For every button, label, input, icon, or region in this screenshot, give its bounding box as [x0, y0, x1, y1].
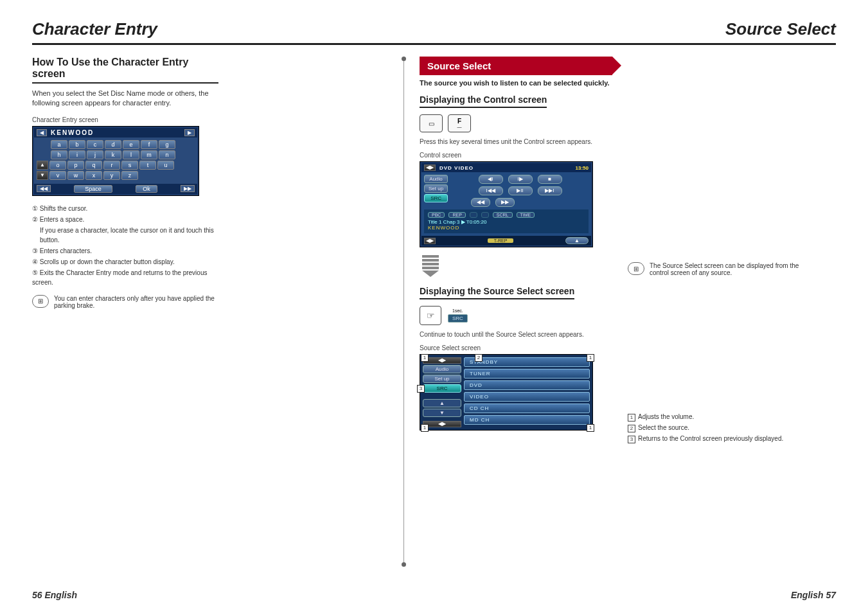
source-video[interactable]: VIDEO: [464, 392, 590, 402]
source-select-screen: ◀▶ Audio Set up SRC ▲ ▼ ◀▶ STANDBY TUNER…: [420, 354, 593, 431]
ss-scroll-down[interactable]: ▼: [423, 409, 461, 417]
display-control-heading: Displaying the Control screen: [420, 94, 547, 108]
key-q[interactable]: q: [85, 161, 102, 170]
touch-duration: 1sec.: [452, 308, 463, 313]
ss-src-button[interactable]: SRC: [423, 384, 461, 393]
key-o[interactable]: o: [49, 161, 66, 170]
ss-scroll-up[interactable]: ▲: [423, 399, 461, 407]
ss-badge-1a: 1: [421, 354, 429, 362]
scroll-down-button[interactable]: ▼: [37, 171, 48, 180]
ss-callout-1: 1Adjusts the volume.: [628, 411, 808, 422]
cs-ff[interactable]: ▶▶: [495, 198, 515, 207]
down-arrow-indicator: [422, 255, 439, 277]
cs-setup-button[interactable]: Set up: [424, 184, 448, 193]
cs-brand: KENWOOD: [428, 225, 585, 231]
source-tuner[interactable]: TUNER: [464, 369, 590, 378]
source-dvd[interactable]: DVD: [464, 380, 590, 390]
scroll-up-button[interactable]: ▲: [37, 161, 48, 170]
cs-src-button[interactable]: SRC: [424, 194, 448, 202]
cs-next[interactable]: ▶▶I: [538, 186, 562, 195]
char-entry-section-title: How To Use the Character Entry screen: [32, 57, 218, 84]
key-z[interactable]: z: [121, 171, 138, 180]
key-g[interactable]: g: [159, 140, 175, 149]
cs-up-arrow[interactable]: ▲: [565, 237, 589, 244]
key-f[interactable]: f: [141, 140, 157, 149]
source-md-ch[interactable]: MD CH: [464, 415, 590, 425]
cs-stop[interactable]: ■: [538, 175, 562, 184]
cursor-right-button[interactable]: ▶: [184, 129, 195, 136]
ss-badge-1d: 1: [587, 424, 594, 432]
key-d[interactable]: d: [105, 140, 121, 149]
chip-rep[interactable]: REP: [448, 212, 465, 218]
key-s[interactable]: s: [121, 161, 138, 170]
cs-next-frame[interactable]: I▶: [508, 175, 533, 184]
cs-title: DVD VIDEO: [439, 165, 474, 171]
num-2: 2: [628, 425, 635, 432]
key-p[interactable]: p: [67, 161, 84, 170]
key-v[interactable]: v: [49, 171, 66, 180]
ok-button[interactable]: Ok: [136, 185, 157, 193]
char-entry-note: You can enter characters only after you …: [54, 295, 218, 309]
f-key-icon: F —: [448, 114, 471, 132]
bottom-left-arrow[interactable]: ◀◀: [37, 185, 51, 192]
key-k[interactable]: k: [105, 150, 121, 159]
key-i[interactable]: i: [69, 150, 85, 159]
cs-prev-frame[interactable]: ◀I: [479, 175, 503, 184]
callout-1: ① Shifts the cursor.: [32, 204, 218, 213]
key-l[interactable]: l: [123, 150, 139, 159]
control-screen: ◀▶ DVD VIDEO 13:50 Audio Set up SRC ◀I: [420, 161, 593, 247]
footer-left: 56 English: [32, 590, 77, 600]
cs-play-pause[interactable]: ▶II: [508, 186, 533, 195]
cs-prev[interactable]: I◀◀: [479, 186, 503, 195]
key-r[interactable]: r: [103, 161, 120, 170]
ss-vol-up[interactable]: ◀▶: [423, 357, 461, 364]
key-x[interactable]: x: [85, 171, 102, 180]
key-t[interactable]: t: [139, 161, 156, 170]
cs-rew[interactable]: ◀◀: [471, 198, 490, 207]
source-select-header: Source Select: [420, 57, 612, 75]
ss-callout-3: 3Returns to the Control screen previousl…: [628, 433, 808, 444]
ss-setup-button[interactable]: Set up: [423, 375, 461, 383]
cs-audio-button[interactable]: Audio: [424, 175, 448, 183]
source-note-text: The Source Select screen can be displaye…: [650, 262, 808, 276]
key-n[interactable]: n: [159, 150, 175, 159]
bottom-right-arrow[interactable]: ▶▶: [181, 185, 195, 192]
key-w[interactable]: w: [67, 171, 84, 180]
cs-trep-indicator: T-REP: [488, 238, 514, 243]
callout-4: ④ Scrolls up or down the character butto…: [32, 257, 218, 267]
ss-badge-1b: 1: [587, 354, 594, 362]
space-button[interactable]: Space: [74, 185, 112, 193]
char-entry-caption: Character Entry screen: [32, 116, 218, 123]
chip-blank2: [481, 212, 489, 218]
ss-audio-button[interactable]: Audio: [423, 365, 461, 373]
key-u[interactable]: u: [157, 161, 174, 170]
chip-scrl[interactable]: SCRL: [493, 212, 513, 218]
key-y[interactable]: y: [103, 171, 120, 180]
source-standby[interactable]: STANDBY: [464, 357, 590, 367]
char-entry-brand: KENWOOD: [47, 129, 184, 136]
ss-vol-down[interactable]: ◀▶: [423, 421, 461, 427]
page-title-right: Source Select: [725, 19, 836, 39]
footer-right: English 57: [791, 590, 836, 600]
chip-time[interactable]: TIME: [517, 212, 535, 218]
cs-vol-down[interactable]: ◀▶: [424, 238, 436, 244]
key-j[interactable]: j: [87, 150, 103, 159]
chip-pbc[interactable]: PBC: [428, 212, 445, 218]
num-3: 3: [628, 436, 635, 443]
cs-time: 13:50: [576, 165, 589, 171]
f-key-label: F: [457, 118, 461, 125]
cs-vol-up[interactable]: ◀▶: [424, 164, 436, 171]
key-a[interactable]: a: [51, 140, 67, 149]
key-e[interactable]: e: [123, 140, 139, 149]
key-h[interactable]: h: [51, 150, 67, 159]
page-divider: [403, 57, 404, 567]
ss-callout-2: 2Select the source.: [628, 422, 808, 433]
cursor-left-button[interactable]: ◀: [37, 129, 47, 136]
callout-5: ⑤ Exits the Character Entry mode and ret…: [32, 268, 218, 287]
key-c[interactable]: c: [87, 140, 103, 149]
key-m[interactable]: m: [141, 150, 157, 159]
num-1: 1: [628, 414, 635, 422]
source-cd-ch[interactable]: CD CH: [464, 404, 590, 413]
key-b[interactable]: b: [69, 140, 85, 149]
screen-icon: ▭: [429, 120, 434, 127]
